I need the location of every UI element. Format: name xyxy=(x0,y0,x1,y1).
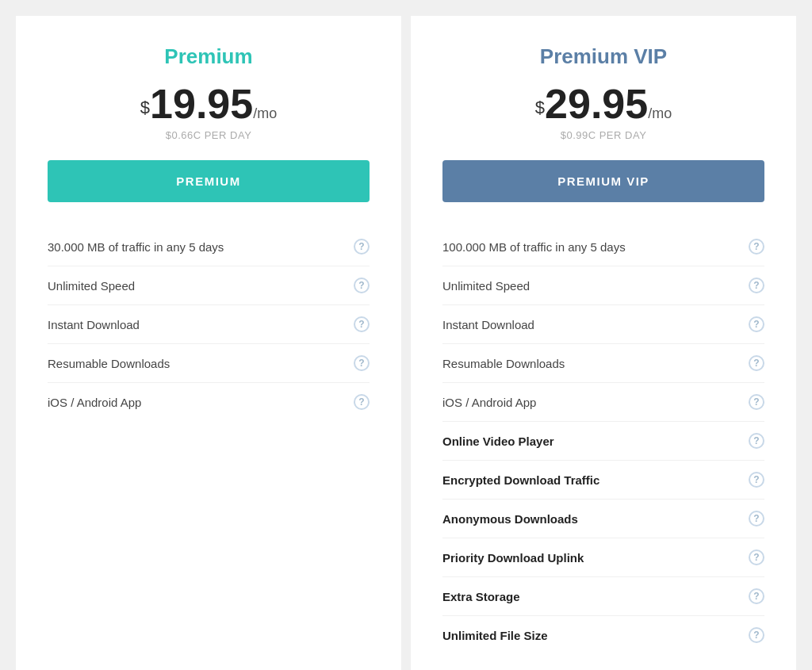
pricing-container: Premium $19.95/mo $0.66C PER DAY PREMIUM… xyxy=(16,16,796,670)
list-item: Priority Download Uplink ? xyxy=(442,538,764,577)
premium-vip-features-list: 100.000 MB of traffic in any 5 days ? Un… xyxy=(442,228,764,654)
help-icon[interactable]: ? xyxy=(354,316,370,332)
premium-vip-button[interactable]: PREMIUM VIP xyxy=(442,160,764,202)
list-item: Anonymous Downloads ? xyxy=(442,500,764,538)
help-icon[interactable]: ? xyxy=(749,433,764,449)
premium-vip-price-row: $29.95/mo xyxy=(442,83,764,124)
help-icon[interactable]: ? xyxy=(354,239,370,255)
premium-plan-card: Premium $19.95/mo $0.66C PER DAY PREMIUM… xyxy=(16,16,401,670)
premium-vip-price-per-day: $0.99C PER DAY xyxy=(442,129,764,141)
premium-price-row: $19.95/mo xyxy=(48,83,370,124)
premium-vip-price-period: /mo xyxy=(648,105,672,121)
feature-text: Online Video Player xyxy=(442,435,741,448)
feature-text: Unlimited File Size xyxy=(442,629,741,642)
plan-divider xyxy=(404,16,408,670)
list-item: Resumable Downloads ? xyxy=(442,344,764,383)
premium-features-list: 30.000 MB of traffic in any 5 days ? Unl… xyxy=(48,228,370,421)
help-icon[interactable]: ? xyxy=(749,394,764,410)
premium-vip-plan-card: Premium VIP $29.95/mo $0.99C PER DAY PRE… xyxy=(411,16,796,670)
premium-price-period: /mo xyxy=(253,105,277,121)
premium-price-per-day: $0.66C PER DAY xyxy=(48,129,370,141)
list-item: Instant Download ? xyxy=(442,305,764,344)
feature-text: 100.000 MB of traffic in any 5 days xyxy=(442,240,741,254)
help-icon[interactable]: ? xyxy=(354,355,370,371)
feature-text: Resumable Downloads xyxy=(48,357,346,370)
feature-text: 30.000 MB of traffic in any 5 days xyxy=(48,240,346,254)
feature-text: Priority Download Uplink xyxy=(442,551,741,565)
list-item: 100.000 MB of traffic in any 5 days ? xyxy=(442,228,764,266)
help-icon[interactable]: ? xyxy=(749,316,764,332)
list-item: Unlimited File Size ? xyxy=(442,616,764,654)
list-item: Unlimited Speed ? xyxy=(442,266,764,305)
help-icon[interactable]: ? xyxy=(749,355,764,371)
feature-text: iOS / Android App xyxy=(442,396,741,409)
feature-text: Instant Download xyxy=(442,318,741,331)
help-icon[interactable]: ? xyxy=(749,511,764,526)
help-icon[interactable]: ? xyxy=(749,588,764,604)
feature-text: Extra Storage xyxy=(442,590,741,603)
premium-button[interactable]: PREMIUM xyxy=(48,160,370,202)
list-item: 30.000 MB of traffic in any 5 days ? xyxy=(48,228,370,266)
feature-text: Unlimited Speed xyxy=(442,279,741,293)
feature-text: Resumable Downloads xyxy=(442,357,741,370)
help-icon[interactable]: ? xyxy=(749,472,764,488)
help-icon[interactable]: ? xyxy=(354,394,370,410)
premium-vip-price-amount: 29.95 xyxy=(545,81,648,127)
help-icon[interactable]: ? xyxy=(354,278,370,293)
help-icon[interactable]: ? xyxy=(749,549,764,565)
premium-title: Premium xyxy=(48,44,370,69)
help-icon[interactable]: ? xyxy=(749,278,764,293)
feature-text: Encrypted Download Traffic xyxy=(442,473,741,487)
list-item: iOS / Android App ? xyxy=(48,383,370,421)
feature-text: iOS / Android App xyxy=(48,396,346,409)
list-item: Encrypted Download Traffic ? xyxy=(442,461,764,500)
feature-text: Instant Download xyxy=(48,318,346,331)
list-item: Extra Storage ? xyxy=(442,577,764,616)
help-icon[interactable]: ? xyxy=(749,627,764,643)
list-item: Online Video Player ? xyxy=(442,422,764,461)
premium-price-amount: 19.95 xyxy=(150,81,253,127)
list-item: iOS / Android App ? xyxy=(442,383,764,422)
feature-text: Unlimited Speed xyxy=(48,279,346,293)
premium-price-symbol: $ xyxy=(140,98,150,117)
feature-text: Anonymous Downloads xyxy=(442,512,741,526)
premium-vip-title: Premium VIP xyxy=(442,44,764,69)
list-item: Resumable Downloads ? xyxy=(48,344,370,383)
premium-vip-price-symbol: $ xyxy=(535,98,545,117)
help-icon[interactable]: ? xyxy=(749,239,764,255)
list-item: Instant Download ? xyxy=(48,305,370,344)
list-item: Unlimited Speed ? xyxy=(48,266,370,305)
